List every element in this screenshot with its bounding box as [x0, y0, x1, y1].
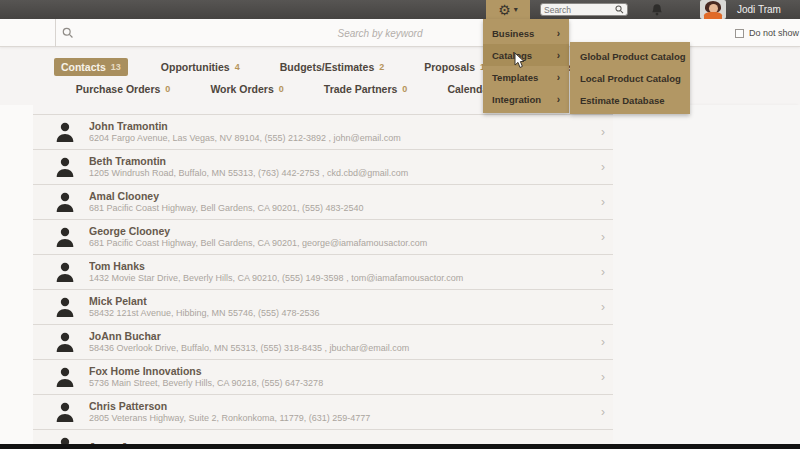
tab-label: Opportunities — [161, 61, 230, 73]
chevron-right-icon: › — [601, 265, 605, 279]
chevron-right-icon: › — [601, 370, 605, 384]
tab-proposals[interactable]: Proposals1 — [417, 58, 492, 76]
global-search-input[interactable] — [544, 5, 615, 15]
menu-item-label: Business — [492, 28, 534, 39]
tab-label: Proposals — [424, 61, 475, 73]
catalogs-submenu: Global Product CatalogLocal Product Cata… — [570, 42, 690, 114]
top-app-bar: ⚙ ▾ Jodi Tram — [0, 0, 800, 19]
contact-details: 58436 Overlook Drive, Buffalo, MN 55313,… — [89, 343, 595, 354]
chevron-right-icon: › — [601, 230, 605, 244]
contact-details: 58432 121st Avenue, Hibbing, MN 55746, (… — [89, 308, 595, 319]
menu-item-label: Templates — [492, 72, 538, 83]
contact-list-item[interactable]: Amal Clooney681 Pacific Coast Highway, B… — [33, 185, 613, 220]
tab-trade-partners[interactable]: Trade Partners0 — [317, 80, 415, 98]
contact-list-item[interactable]: Beth Tramontin1205 Windrush Road, Buffal… — [33, 150, 613, 185]
mouse-pointer-cursor — [512, 52, 526, 70]
submenu-item-local-product-catalog[interactable]: Local Product Catalog — [570, 67, 690, 89]
contact-name: Fox Home Innovations — [89, 365, 595, 378]
submenu-arrow-icon: › — [557, 50, 560, 61]
tab-count-badge: 0 — [165, 84, 170, 94]
submenu-item-label: Estimate Database — [580, 95, 664, 106]
contact-details: 2805 Veterans Highway, Suite 2, Ronkonko… — [89, 413, 595, 424]
right-margin — [613, 105, 800, 449]
do-not-show-option[interactable]: Do not show o — [735, 28, 800, 38]
tab-contacts[interactable]: Contacts13 — [54, 58, 128, 76]
contact-details: 681 Pacific Coast Highway, Bell Gardens,… — [89, 203, 595, 214]
contact-text: George Clooney681 Pacific Coast Highway,… — [89, 225, 595, 249]
chevron-down-icon: ▾ — [514, 5, 518, 14]
search-icon — [62, 27, 74, 39]
tab-opportunities[interactable]: Opportunities4 — [154, 58, 247, 76]
global-search-field[interactable] — [540, 3, 628, 16]
contact-name: JoAnn Buchar — [89, 330, 595, 343]
search-icon — [615, 5, 624, 14]
contact-name: Tom Hanks — [89, 260, 595, 273]
contact-name: Beth Tramontin — [89, 155, 595, 168]
chevron-right-icon: › — [601, 125, 605, 139]
contact-name: Mick Pelant — [89, 295, 595, 308]
contact-list-item[interactable]: JoAnn Buchar58436 Overlook Drive, Buffal… — [33, 325, 613, 360]
person-silhouette-icon — [55, 156, 75, 178]
menu-item-integration[interactable]: Integration› — [483, 88, 569, 110]
contact-details: 6204 Fargo Avenue, Las Vegas, NV 89104, … — [89, 133, 595, 144]
contact-text: Beth Tramontin1205 Windrush Road, Buffal… — [89, 155, 595, 179]
tab-label: Budgets/Estimates — [280, 61, 375, 73]
checkbox[interactable] — [735, 29, 744, 38]
tab-label: Purchase Orders — [76, 83, 161, 95]
person-silhouette-icon — [55, 191, 75, 213]
menu-item-business[interactable]: Business› — [483, 22, 569, 44]
tab-count-badge: 13 — [111, 62, 121, 72]
contact-details: 1205 Windrush Road, Buffalo, MN 55313, (… — [89, 168, 595, 179]
contact-list-item[interactable]: George Clooney681 Pacific Coast Highway,… — [33, 220, 613, 255]
contact-text: Amal Clooney681 Pacific Coast Highway, B… — [89, 190, 595, 214]
tab-budgets-estimates[interactable]: Budgets/Estimates2 — [273, 58, 392, 76]
submenu-item-estimate-database[interactable]: Estimate Database — [570, 89, 690, 111]
submenu-arrow-icon: › — [557, 94, 560, 105]
contact-list-item[interactable]: John Tramontin6204 Fargo Avenue, Las Veg… — [33, 115, 613, 150]
settings-dropdown-menu: Business›Catalogs›Templates›Integration› — [483, 19, 569, 113]
checkbox-label: Do not show o — [749, 28, 800, 38]
contact-details: 681 Pacific Coast Highway, Bell Gardens,… — [89, 238, 595, 249]
contact-list: John Tramontin6204 Fargo Avenue, Las Veg… — [33, 114, 613, 449]
tab-purchase-orders[interactable]: Purchase Orders0 — [69, 80, 178, 98]
menu-item-templates[interactable]: Templates› — [483, 66, 569, 88]
contact-list-item[interactable]: Chris Patterson2805 Veterans Highway, Su… — [33, 395, 613, 430]
user-avatar[interactable] — [700, 0, 726, 19]
person-silhouette-icon — [55, 366, 75, 388]
contact-list-item[interactable]: Mick Pelant58432 121st Avenue, Hibbing, … — [33, 290, 613, 325]
contact-list-item[interactable]: Tom Hanks1432 Movie Star Drive, Beverly … — [33, 255, 613, 290]
person-silhouette-icon — [55, 261, 75, 283]
submenu-item-global-product-catalog[interactable]: Global Product Catalog — [570, 45, 690, 67]
settings-gear-button[interactable]: ⚙ ▾ — [486, 0, 530, 19]
contact-text: John Tramontin6204 Fargo Avenue, Las Veg… — [89, 120, 595, 144]
submenu-arrow-icon: › — [557, 72, 560, 83]
person-silhouette-icon — [55, 331, 75, 353]
contact-list-item[interactable]: Fox Home Innovations5736 Main Street, Be… — [33, 360, 613, 395]
tab-count-badge: 0 — [402, 84, 407, 94]
person-silhouette-icon — [55, 121, 75, 143]
contact-name: John Tramontin — [89, 120, 595, 133]
letterbox-strip — [0, 444, 800, 449]
person-silhouette-icon — [55, 226, 75, 248]
avatar-shirt — [704, 12, 722, 19]
tab-label: Trade Partners — [324, 83, 398, 95]
contact-text: Tom Hanks1432 Movie Star Drive, Beverly … — [89, 260, 595, 284]
contact-name: Chris Patterson — [89, 400, 595, 413]
person-silhouette-icon — [55, 296, 75, 318]
tab-count-badge: 2 — [379, 62, 384, 72]
contact-name: George Clooney — [89, 225, 595, 238]
submenu-arrow-icon: › — [557, 28, 560, 39]
contact-text: JoAnn Buchar58436 Overlook Drive, Buffal… — [89, 330, 595, 354]
tab-label: Work Orders — [210, 83, 273, 95]
submenu-item-label: Global Product Catalog — [580, 51, 686, 62]
notifications-bell-icon[interactable] — [650, 3, 664, 17]
chevron-right-icon: › — [601, 160, 605, 174]
tab-work-orders[interactable]: Work Orders0 — [203, 80, 290, 98]
user-name[interactable]: Jodi Tram — [737, 4, 781, 15]
chevron-right-icon: › — [601, 405, 605, 419]
contact-text: Chris Patterson2805 Veterans Highway, Su… — [89, 400, 595, 424]
menu-item-catalogs[interactable]: Catalogs› — [483, 44, 569, 66]
tab-label: Contacts — [61, 61, 106, 73]
contact-text: Fox Home Innovations5736 Main Street, Be… — [89, 365, 595, 389]
tab-count-badge: 0 — [279, 84, 284, 94]
